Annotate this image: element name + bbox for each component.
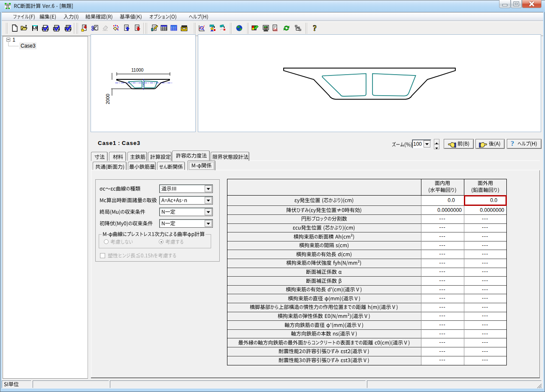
svg-text:?: ? <box>313 24 317 32</box>
svg-text:0000: 0000 <box>273 29 278 32</box>
